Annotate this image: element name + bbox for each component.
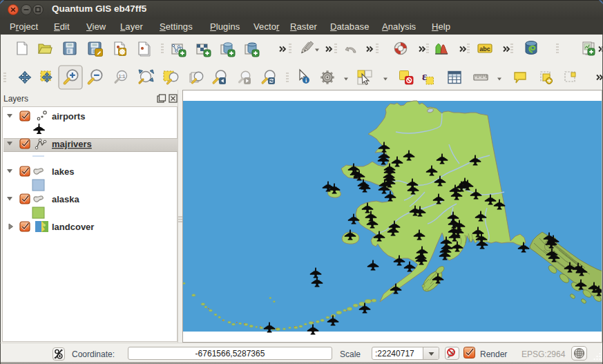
svg-text:abc: abc — [479, 46, 490, 52]
svg-text:majrivers: majrivers — [52, 139, 92, 149]
svg-text:lakes: lakes — [52, 166, 75, 177]
svg-text:landcover: landcover — [52, 222, 94, 232]
svg-text:ε: ε — [422, 70, 427, 83]
svg-text:airports: airports — [52, 111, 85, 122]
svg-text:alaska: alaska — [52, 194, 80, 204]
svg-text:1:1: 1:1 — [119, 74, 126, 79]
